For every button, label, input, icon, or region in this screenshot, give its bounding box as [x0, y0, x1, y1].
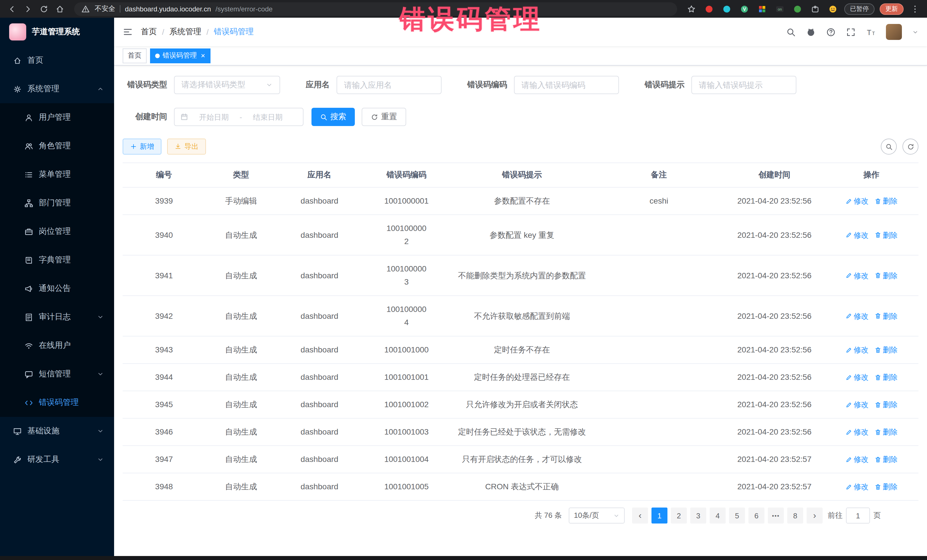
delete-link[interactable]: 删除: [874, 425, 898, 439]
edit-link[interactable]: 修改: [845, 269, 869, 282]
sidebar-item-dept[interactable]: 部门管理: [0, 189, 114, 217]
app-logo[interactable]: 芋道管理系统: [0, 18, 114, 46]
pagination-page-3[interactable]: 3: [690, 508, 706, 524]
sidebar-item-user[interactable]: 用户管理: [0, 103, 114, 132]
edit-link[interactable]: 修改: [845, 228, 869, 241]
delete-link[interactable]: 删除: [874, 398, 898, 411]
sidebar-item-post[interactable]: 岗位管理: [0, 217, 114, 246]
error-message-input[interactable]: [691, 76, 796, 94]
home-icon[interactable]: [54, 3, 66, 15]
delete-link[interactable]: 删除: [874, 228, 898, 241]
pagination-page-5[interactable]: 5: [729, 508, 745, 524]
colorful-extension-icon[interactable]: [756, 3, 768, 15]
extensions-puzzle-icon[interactable]: [809, 3, 821, 15]
sidebar-item-devtool[interactable]: 研发工具: [0, 445, 114, 474]
export-button[interactable]: 导出: [167, 138, 206, 155]
row-app: dashboard: [277, 269, 362, 282]
delete-link[interactable]: 删除: [874, 194, 898, 208]
refresh-table-button[interactable]: [903, 138, 918, 155]
pagination-prev[interactable]: ‹: [632, 508, 648, 524]
chevron-down-icon[interactable]: [912, 29, 918, 35]
page-size-select[interactable]: 10条/页: [569, 508, 625, 524]
app-name-input[interactable]: [337, 76, 442, 94]
sidebar-item-errorcode[interactable]: 错误码管理: [0, 389, 114, 417]
tab-close-icon[interactable]: ×: [201, 52, 205, 59]
edit-link[interactable]: 修改: [845, 425, 869, 439]
reload-icon[interactable]: [38, 3, 50, 15]
end-date-input[interactable]: [246, 112, 290, 121]
pagination-page-4[interactable]: 4: [710, 508, 726, 524]
start-date-input[interactable]: [191, 112, 236, 121]
vue-devtools-extension-icon[interactable]: V: [738, 3, 751, 15]
teal-extension-icon[interactable]: [720, 3, 733, 15]
pagination-page-1[interactable]: 1: [652, 508, 667, 524]
on-badge-extension-icon[interactable]: on: [774, 3, 786, 15]
font-size-icon[interactable]: TT: [866, 27, 876, 37]
table-row: 3947自动生成dashboard1001001004只有开启状态的任务，才可以…: [123, 446, 918, 473]
sidebar-item-label: 字典管理: [39, 255, 71, 265]
delete-link[interactable]: 删除: [874, 343, 898, 357]
pagination-next[interactable]: ›: [807, 508, 823, 524]
tab-active[interactable]: 错误码管理×: [150, 48, 210, 63]
reset-button[interactable]: 重置: [362, 108, 406, 126]
github-icon[interactable]: [806, 27, 816, 37]
edit-link[interactable]: 修改: [845, 480, 869, 493]
tab-home[interactable]: 首页: [123, 48, 147, 63]
edit-link[interactable]: 修改: [845, 371, 869, 384]
update-button[interactable]: 更新: [880, 3, 904, 15]
edit-link[interactable]: 修改: [845, 310, 869, 322]
browser-chrome: 不安全 dashboard.yudao.iocoder.cn/system/er…: [0, 0, 927, 18]
toggle-search-button[interactable]: [881, 138, 897, 155]
delete-link[interactable]: 删除: [874, 480, 898, 493]
edit-link[interactable]: 修改: [845, 398, 869, 411]
paused-badge[interactable]: 已暂停: [844, 3, 874, 15]
pagination-page-6[interactable]: 6: [748, 508, 764, 524]
search-icon[interactable]: [786, 27, 796, 37]
row-message: 参数配置 key 重复: [451, 228, 593, 241]
sidebar-item-audit[interactable]: 审计日志: [0, 303, 114, 331]
delete-link[interactable]: 删除: [874, 269, 898, 282]
breadcrumb-system[interactable]: 系统管理: [169, 27, 201, 37]
trash-icon: [874, 313, 881, 319]
delete-link[interactable]: 删除: [874, 310, 898, 322]
error-type-select[interactable]: 请选择错误码类型: [174, 76, 280, 94]
search-button[interactable]: 搜索: [312, 108, 355, 126]
forward-icon[interactable]: [22, 3, 34, 15]
sidebar-item-sms[interactable]: 短信管理: [0, 360, 114, 389]
breadcrumb-home[interactable]: 首页: [141, 27, 157, 37]
delete-link[interactable]: 删除: [874, 371, 898, 384]
row-actions: 修改删除: [824, 310, 918, 322]
delete-link[interactable]: 删除: [874, 453, 898, 466]
sidebar-item-dict[interactable]: 字典管理: [0, 246, 114, 274]
edit-link[interactable]: 修改: [845, 343, 869, 357]
error-code-input[interactable]: [514, 76, 619, 94]
sidebar-item-infra[interactable]: 基础设施: [0, 417, 114, 445]
edit-link[interactable]: 修改: [845, 453, 869, 466]
pagination-more[interactable]: •••: [768, 508, 784, 524]
user-avatar[interactable]: [886, 24, 902, 40]
chrome-menu-icon[interactable]: [909, 3, 921, 15]
address-bar[interactable]: 不安全 dashboard.yudao.iocoder.cn/system/er…: [74, 2, 677, 16]
online-icon: [24, 341, 33, 350]
green-extension-icon[interactable]: [791, 3, 804, 15]
profile-emoji-avatar[interactable]: [827, 3, 839, 15]
pagination-page-8[interactable]: 8: [787, 508, 803, 524]
edit-link[interactable]: 修改: [845, 194, 869, 208]
sidebar-item-label: 错误码管理: [39, 398, 79, 408]
hamburger-icon[interactable]: [123, 27, 133, 37]
page-jump-input[interactable]: [846, 508, 870, 524]
sidebar-item-online[interactable]: 在线用户: [0, 331, 114, 360]
sidebar-item-role[interactable]: 角色管理: [0, 132, 114, 160]
sidebar-item-home[interactable]: 首页: [0, 46, 114, 75]
fullscreen-icon[interactable]: [846, 27, 856, 37]
sidebar-item-notice[interactable]: 通知公告: [0, 274, 114, 303]
sidebar-item-menu[interactable]: 菜单管理: [0, 160, 114, 189]
sidebar-item-system[interactable]: 系统管理: [0, 75, 114, 103]
bookmark-star-icon[interactable]: [685, 3, 698, 15]
pagination-page-2[interactable]: 2: [671, 508, 687, 524]
date-range-picker[interactable]: -: [174, 108, 304, 126]
add-button[interactable]: 新增: [123, 138, 161, 155]
back-icon[interactable]: [6, 3, 18, 15]
red-extension-icon[interactable]: [703, 3, 715, 15]
help-icon[interactable]: [826, 27, 836, 37]
